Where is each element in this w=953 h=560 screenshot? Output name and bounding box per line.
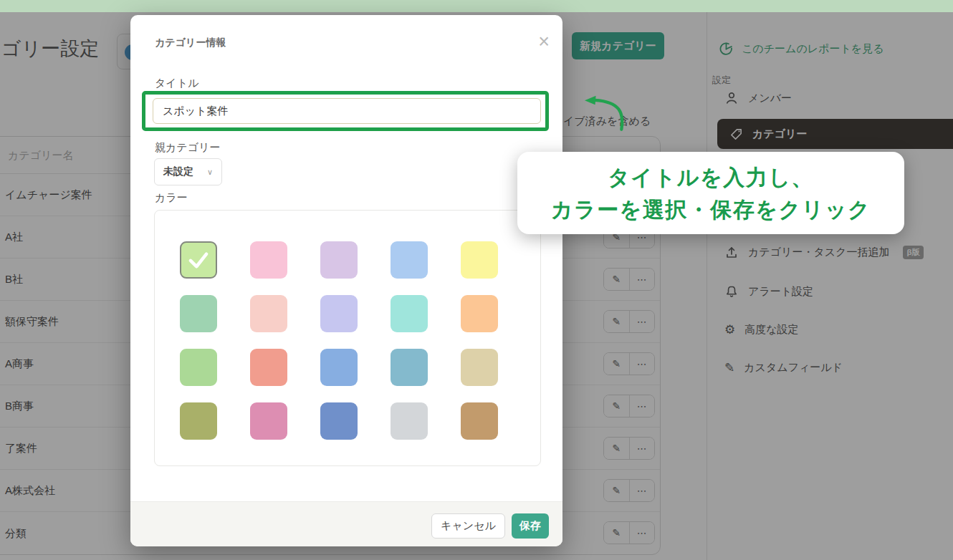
parent-category-select[interactable]: 未設定 ∨ — [154, 158, 222, 185]
color-swatch[interactable] — [461, 295, 498, 332]
color-swatch[interactable] — [391, 349, 428, 386]
color-swatch[interactable] — [180, 349, 217, 386]
chevron-down-icon: ∨ — [207, 168, 213, 177]
top-accent-band — [0, 0, 953, 12]
save-button[interactable]: 保存 — [512, 513, 549, 539]
title-input[interactable] — [153, 98, 541, 124]
annotation-line1: タイトルを入力し、 — [608, 161, 814, 193]
color-swatch[interactable] — [391, 295, 428, 332]
color-swatch[interactable] — [320, 241, 358, 279]
color-swatch-selected[interactable] — [180, 241, 217, 279]
color-swatch[interactable] — [250, 349, 287, 386]
category-info-modal: カテゴリー情報 × タイトル 親カテゴリー 未設定 ∨ カラー — [130, 15, 562, 546]
color-swatch[interactable] — [391, 402, 428, 440]
color-swatch[interactable] — [320, 402, 358, 440]
color-swatch[interactable] — [391, 241, 428, 279]
modal-footer: キャンセル 保存 — [130, 501, 562, 546]
annotation-line2: カラーを選択・保存をクリック — [551, 193, 871, 226]
color-swatch[interactable] — [320, 349, 358, 386]
color-swatch[interactable] — [461, 349, 498, 386]
title-field-label: タイトル — [155, 77, 198, 90]
color-swatch[interactable] — [180, 295, 217, 332]
color-swatch[interactable] — [250, 295, 287, 332]
cancel-button[interactable]: キャンセル — [431, 513, 505, 539]
close-icon[interactable]: × — [538, 32, 550, 52]
modal-title: カテゴリー情報 — [155, 37, 226, 49]
color-swatch-grid — [155, 211, 540, 440]
color-swatch[interactable] — [320, 295, 358, 332]
annotation-tooltip: タイトルを入力し、 カラーを選択・保存をクリック — [517, 152, 904, 234]
color-swatch[interactable] — [180, 402, 217, 440]
color-swatch[interactable] — [461, 402, 498, 440]
check-icon — [181, 243, 216, 277]
parent-category-label: 親カテゴリー — [155, 141, 220, 155]
color-field-label: カラー — [155, 191, 188, 205]
color-swatch[interactable] — [250, 402, 287, 440]
parent-category-value: 未設定 — [163, 165, 193, 178]
color-swatch[interactable] — [461, 241, 498, 279]
color-picker-panel — [154, 210, 541, 466]
color-swatch[interactable] — [250, 241, 287, 279]
